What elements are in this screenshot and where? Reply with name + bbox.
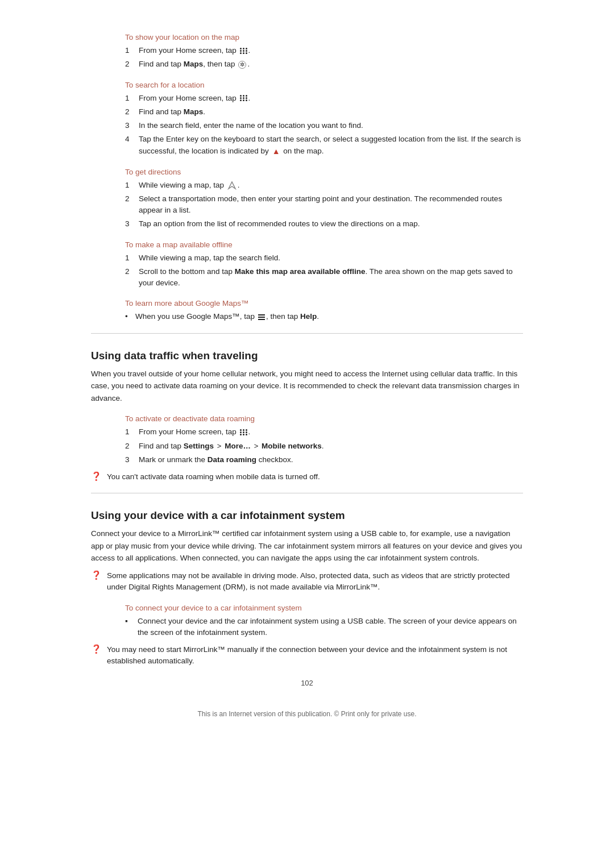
steps-get-directions: 1 While viewing a map, tap . 2 Select a …: [91, 180, 523, 230]
steps-data-roaming: 1 From your Home screen, tap . 2 Find an…: [91, 426, 523, 466]
warning-icon-car-1: ❓: [91, 570, 105, 580]
body-data-traffic: When you travel outside of your home cel…: [91, 368, 523, 405]
svg-marker-0: [229, 182, 235, 189]
warning-icon: ❓: [91, 471, 105, 481]
bullet-connect-car: ▪ Connect your device and the car infota…: [125, 616, 523, 639]
section-divider-2: [91, 493, 523, 493]
step-3: 3 In the search field, enter the name of…: [125, 120, 523, 131]
page-content: To show your location on the map 1 From …: [91, 0, 523, 752]
warning-car-1: ❓ Some applications may not be available…: [91, 570, 523, 593]
steps-search-location: 1 From your Home screen, tap . 2 Find an…: [91, 93, 523, 157]
warning-text-car-2: You may need to start MirrorLink™ manual…: [107, 644, 523, 667]
section-learn-maps: To learn more about Google Maps™ • When …: [91, 299, 523, 322]
section-data-traffic: Using data traffic when traveling When y…: [91, 350, 523, 483]
footer-text: This is an Internet version of this publ…: [91, 710, 523, 718]
step-4: 4 Tap the Enter key on the keyboard to s…: [125, 134, 523, 157]
warning-icon-car-2: ❓: [91, 644, 105, 654]
pin-icon: ▲: [272, 146, 280, 157]
steps-offline-map: 1 While viewing a map, tap the search fi…: [91, 252, 523, 289]
step-1: 1 While viewing a map, tap .: [125, 180, 523, 191]
section-offline-map: To make a map available offline 1 While …: [91, 240, 523, 289]
step-1: 1 From your Home screen, tap .: [125, 93, 523, 104]
title-car: Using your device with a car infotainmen…: [91, 509, 523, 522]
menu-icon: [258, 314, 265, 320]
grid-icon: [240, 48, 247, 54]
step-2: 2 Scroll to the bottom and tap Make this…: [125, 266, 523, 289]
bullets-learn-maps: • When you use Google Maps™, tap , then …: [91, 311, 523, 322]
section-show-location: To show your location on the map 1 From …: [91, 33, 523, 70]
heading-search-location: To search for a location: [91, 81, 523, 89]
step-1: 1 From your Home screen, tap .: [125, 45, 523, 56]
heading-learn-maps: To learn more about Google Maps™: [91, 299, 523, 308]
step-1: 1 While viewing a map, tap the search fi…: [125, 252, 523, 264]
heading-offline-map: To make a map available offline: [91, 240, 523, 249]
section-divider: [91, 333, 523, 334]
warning-text-car-1: Some applications may not be available i…: [107, 570, 523, 593]
step-3: 3 Mark or unmark the Data roaming checkb…: [125, 454, 523, 466]
grid-icon: [240, 429, 247, 435]
heading-show-location: To show your location on the map: [91, 33, 523, 41]
body-car: Connect your device to a MirrorLink™ cer…: [91, 528, 523, 564]
warning-car-2: ❓ You may need to start MirrorLink™ manu…: [91, 644, 523, 667]
bullets-connect-car: ▪ Connect your device and the car infota…: [91, 616, 523, 639]
step-3: 3 Tap an option from the list of recomme…: [125, 218, 523, 230]
section-search-location: To search for a location 1 From your Hom…: [91, 81, 523, 157]
arrow-icon: [227, 181, 237, 190]
warning-data-roaming: ❓ You can't activate data roaming when m…: [91, 471, 523, 483]
heading-data-roaming: To activate or deactivate data roaming: [91, 414, 523, 423]
bullet-1: • When you use Google Maps™, tap , then …: [125, 311, 523, 322]
page-number: 102: [91, 679, 523, 687]
grid-icon: [240, 95, 247, 101]
step-2: 2 Find and tap Maps.: [125, 106, 523, 118]
steps-show-location: 1 From your Home screen, tap . 2 Find an…: [91, 45, 523, 70]
warning-text-data-roaming: You can't activate data roaming when mob…: [107, 471, 523, 483]
heading-get-directions: To get directions: [91, 168, 523, 176]
title-data-traffic: Using data traffic when traveling: [91, 350, 523, 362]
step-2: 2 Select a transportation mode, then ent…: [125, 193, 523, 217]
step-1: 1 From your Home screen, tap .: [125, 426, 523, 438]
asterisk-icon: ✲: [238, 61, 246, 69]
heading-connect-car: To connect your device to a car infotain…: [91, 604, 523, 612]
section-car: Using your device with a car infotainmen…: [91, 509, 523, 667]
section-get-directions: To get directions 1 While viewing a map,…: [91, 168, 523, 230]
step-2: 2 Find and tap Maps, then tap ✲.: [125, 59, 523, 70]
step-2: 2 Find and tap Settings > More… > Mobile…: [125, 441, 523, 452]
